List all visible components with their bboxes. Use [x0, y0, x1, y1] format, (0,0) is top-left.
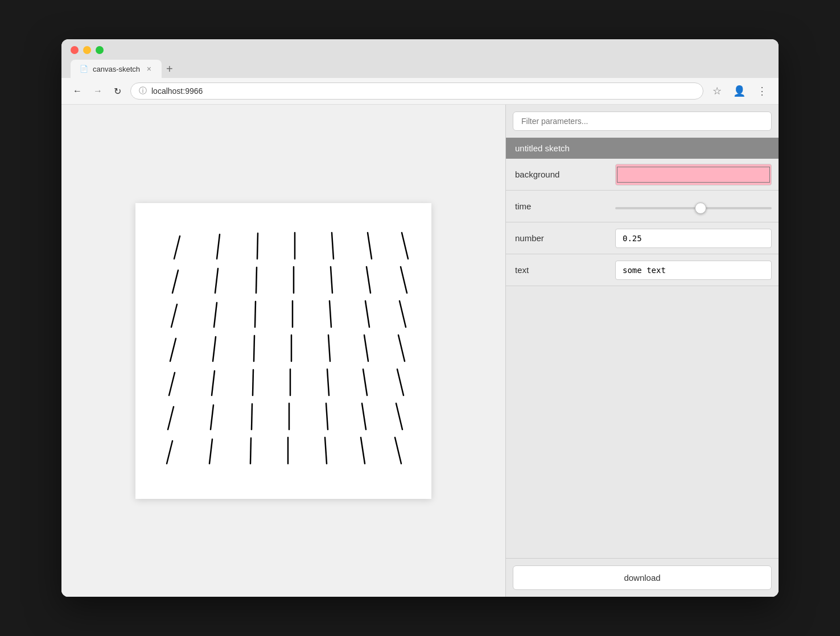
svg-line-35 [168, 407, 174, 429]
svg-line-37 [252, 404, 252, 429]
maximize-button[interactable] [96, 46, 104, 54]
svg-line-47 [361, 437, 365, 464]
sketch-canvas [135, 203, 431, 499]
svg-line-28 [169, 373, 175, 395]
filter-bar [506, 105, 779, 138]
text-label: text [506, 258, 608, 282]
svg-line-1 [217, 234, 220, 259]
download-btn-container: download [506, 558, 779, 597]
svg-line-16 [255, 302, 256, 327]
svg-line-27 [398, 335, 405, 361]
section-header: untitled sketch [506, 138, 779, 159]
canvas-svg [135, 203, 431, 499]
right-panel: untitled sketch background time [505, 105, 779, 597]
title-bar: 📄 canvas-sketch × + [61, 39, 779, 78]
close-button[interactable] [71, 46, 79, 54]
svg-line-25 [328, 335, 330, 361]
profile-button[interactable]: 👤 [731, 82, 748, 100]
param-row-time: time [506, 191, 779, 222]
info-icon: ⓘ [139, 86, 147, 96]
background-value [608, 159, 779, 190]
page-content: untitled sketch background time [61, 105, 779, 597]
svg-line-4 [332, 233, 333, 259]
address-input[interactable] [151, 86, 695, 96]
svg-line-43 [209, 439, 212, 464]
svg-line-48 [395, 437, 401, 464]
svg-line-20 [400, 301, 406, 327]
number-value [608, 224, 779, 253]
svg-line-23 [254, 336, 254, 361]
svg-line-19 [365, 301, 369, 327]
forward-button[interactable]: → [91, 84, 105, 98]
reload-button[interactable]: ↻ [112, 84, 123, 99]
time-label: time [506, 195, 608, 218]
svg-line-15 [214, 303, 217, 327]
svg-line-8 [215, 269, 218, 293]
browser-window: 📄 canvas-sketch × + ← → ↻ ⓘ ☆ 👤 ⋮ [61, 39, 779, 597]
svg-line-39 [326, 403, 328, 429]
svg-line-30 [253, 370, 253, 395]
nav-actions: ☆ 👤 ⋮ [710, 82, 769, 100]
background-color-picker[interactable] [615, 164, 772, 185]
tab-bar: 📄 canvas-sketch × + [71, 60, 769, 78]
filter-input[interactable] [513, 111, 772, 131]
text-value [608, 256, 779, 284]
svg-line-44 [250, 438, 251, 464]
param-row-background: background [506, 159, 779, 191]
svg-line-36 [211, 405, 213, 429]
svg-line-13 [401, 267, 407, 293]
time-slider[interactable] [615, 207, 772, 209]
params-section: untitled sketch background time [506, 138, 779, 558]
svg-line-33 [363, 369, 367, 395]
time-value [608, 197, 779, 216]
back-button[interactable]: ← [71, 84, 84, 98]
svg-line-42 [167, 441, 172, 464]
new-tab-button[interactable]: + [162, 63, 178, 76]
menu-button[interactable]: ⋮ [755, 82, 769, 100]
window-controls [71, 46, 769, 54]
svg-line-11 [331, 267, 332, 293]
svg-line-22 [213, 337, 216, 361]
param-row-text: text [506, 254, 779, 286]
svg-line-9 [256, 267, 257, 293]
svg-line-0 [174, 236, 180, 259]
svg-line-41 [396, 403, 402, 429]
svg-line-18 [330, 301, 331, 327]
svg-line-40 [362, 403, 366, 429]
bookmark-button[interactable]: ☆ [710, 82, 724, 100]
param-row-number: number [506, 222, 779, 254]
canvas-area [61, 105, 505, 597]
svg-line-32 [327, 369, 329, 395]
download-button[interactable]: download [513, 565, 772, 590]
svg-line-5 [368, 233, 372, 259]
svg-line-6 [402, 233, 408, 259]
background-label: background [506, 163, 608, 186]
svg-line-34 [397, 369, 403, 395]
svg-line-26 [364, 335, 368, 361]
minimize-button[interactable] [83, 46, 91, 54]
text-input[interactable] [615, 261, 772, 280]
svg-line-2 [257, 233, 258, 259]
number-label: number [506, 226, 608, 250]
svg-line-46 [325, 437, 327, 464]
nav-bar: ← → ↻ ⓘ ☆ 👤 ⋮ [61, 78, 779, 105]
svg-line-29 [212, 371, 215, 395]
tab-title: canvas-sketch [93, 65, 140, 73]
number-input[interactable] [615, 229, 772, 248]
address-bar[interactable]: ⓘ [130, 82, 703, 100]
tab-page-icon: 📄 [80, 65, 88, 73]
svg-line-14 [171, 304, 177, 327]
active-tab[interactable]: 📄 canvas-sketch × [71, 60, 162, 78]
svg-line-12 [367, 267, 370, 293]
tab-close-button[interactable]: × [146, 64, 153, 73]
svg-line-7 [172, 270, 178, 293]
svg-line-21 [170, 338, 176, 361]
